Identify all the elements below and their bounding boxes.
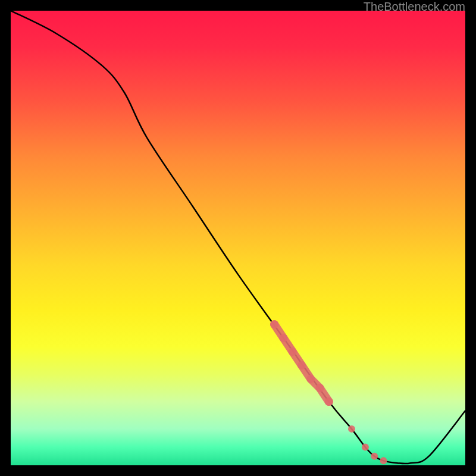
svg-point-9 <box>371 453 378 460</box>
watermark-text: TheBottleneck.com <box>364 0 465 14</box>
svg-point-3 <box>298 361 306 369</box>
svg-point-5 <box>316 384 324 392</box>
svg-point-10 <box>380 457 387 464</box>
svg-point-7 <box>348 425 355 433</box>
chart-plot-area <box>11 11 465 465</box>
svg-point-6 <box>325 397 333 406</box>
svg-point-1 <box>279 334 287 342</box>
svg-point-8 <box>362 443 369 450</box>
curve-line <box>11 11 465 464</box>
highlight-markers <box>270 320 387 464</box>
svg-point-2 <box>289 347 297 356</box>
svg-point-4 <box>306 375 315 383</box>
chart-svg <box>11 11 465 465</box>
svg-point-0 <box>270 320 278 328</box>
